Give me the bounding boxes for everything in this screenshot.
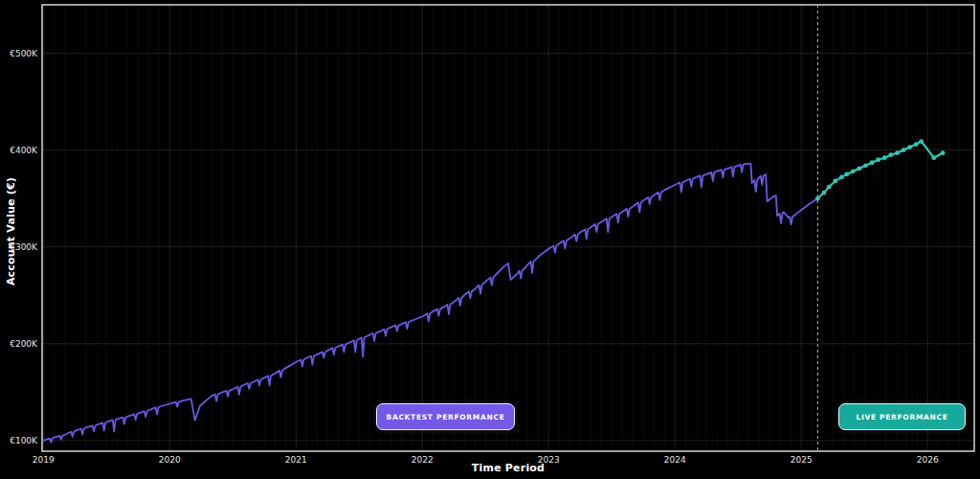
plot-border [42,5,974,451]
account-value-chart: 20192020202120222023202420252026€100K€20… [0,0,980,479]
y-tick-label: €100K [10,436,38,445]
live-data-marker [919,139,924,144]
live-data-marker [941,150,946,155]
y-tick-label: €400K [10,146,38,155]
backtest-performance-badge: BACKTEST PERFORMANCE [376,403,515,430]
live-data-marker [822,191,827,195]
y-axis-title: Account Value (€) [5,177,17,285]
y-axis-title-wrap: Account Value (€) [0,160,18,304]
live-data-marker [876,157,880,162]
live-data-marker [902,148,906,152]
live-data-marker [895,150,900,155]
live-data-marker [833,179,837,184]
live-data-marker [888,152,893,157]
live-data-marker [907,145,912,149]
live-data-marker [851,169,856,173]
y-tick-label: €500K [10,49,38,58]
live-data-marker [914,142,919,147]
live-data-marker [815,196,820,201]
live-data-marker [844,171,849,176]
live-data-marker [857,166,861,171]
backtest-badge-label: BACKTEST PERFORMANCE [386,413,504,422]
live-performance-badge: LIVE PERFORMANCE [838,403,966,430]
live-badge-label: LIVE PERFORMANCE [856,413,947,422]
live-data-marker [827,185,832,190]
x-axis-title: Time Period [42,462,974,474]
live-data-marker [839,175,844,180]
y-tick-label: €200K [10,339,38,349]
live-data-marker [931,155,936,160]
live-data-marker [870,160,875,165]
live-data-marker [882,155,887,160]
live-data-marker [863,163,868,168]
